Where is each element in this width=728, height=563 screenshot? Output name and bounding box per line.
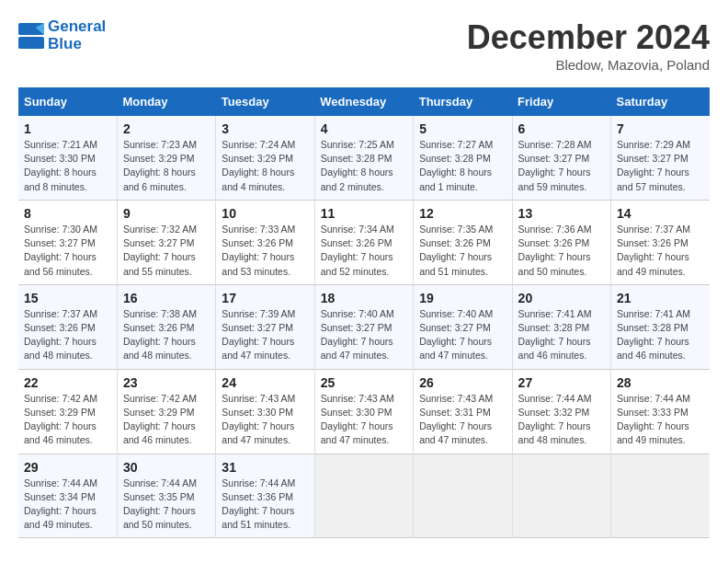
- logo: General Blue: [18, 18, 106, 52]
- day-number: 12: [419, 206, 506, 221]
- day-number: 6: [518, 121, 605, 136]
- calendar-cell: 1Sunrise: 7:21 AMSunset: 3:30 PMDaylight…: [18, 116, 117, 200]
- day-detail: Sunrise: 7:42 AMSunset: 3:29 PMDaylight:…: [24, 392, 111, 448]
- calendar-table: SundayMondayTuesdayWednesdayThursdayFrid…: [18, 87, 710, 538]
- day-detail: Sunrise: 7:37 AMSunset: 3:26 PMDaylight:…: [24, 307, 111, 363]
- location: Bledow, Mazovia, Poland: [467, 57, 710, 73]
- day-number: 19: [419, 291, 506, 305]
- calendar-cell: 20Sunrise: 7:41 AMSunset: 3:28 PMDayligh…: [512, 284, 610, 369]
- calendar-cell: 12Sunrise: 7:35 AMSunset: 3:26 PMDayligh…: [414, 200, 512, 284]
- day-detail: Sunrise: 7:30 AMSunset: 3:27 PMDaylight:…: [24, 223, 111, 279]
- logo-icon: [18, 23, 44, 49]
- calendar-cell: 15Sunrise: 7:37 AMSunset: 3:26 PMDayligh…: [18, 284, 117, 369]
- day-number: 29: [24, 460, 111, 475]
- weekday-header-sunday: Sunday: [18, 87, 117, 116]
- day-number: 16: [123, 291, 210, 305]
- day-number: 2: [123, 121, 210, 136]
- day-number: 7: [617, 121, 704, 136]
- day-detail: Sunrise: 7:44 AMSunset: 3:33 PMDaylight:…: [617, 392, 704, 448]
- calendar-cell: 11Sunrise: 7:34 AMSunset: 3:26 PMDayligh…: [314, 200, 413, 284]
- day-detail: Sunrise: 7:42 AMSunset: 3:29 PMDaylight:…: [123, 392, 210, 448]
- title-block: December 2024 Bledow, Mazovia, Poland: [467, 18, 710, 73]
- day-detail: Sunrise: 7:27 AMSunset: 3:28 PMDaylight:…: [419, 138, 506, 194]
- calendar-cell: 26Sunrise: 7:43 AMSunset: 3:31 PMDayligh…: [414, 369, 512, 454]
- calendar-cell: 30Sunrise: 7:44 AMSunset: 3:35 PMDayligh…: [117, 454, 215, 538]
- calendar-cell: 2Sunrise: 7:23 AMSunset: 3:29 PMDaylight…: [117, 116, 215, 200]
- day-number: 10: [222, 206, 308, 221]
- svg-rect-1: [18, 37, 44, 49]
- calendar-cell: 23Sunrise: 7:42 AMSunset: 3:29 PMDayligh…: [117, 369, 215, 454]
- weekday-header-wednesday: Wednesday: [314, 87, 413, 116]
- calendar-cell: 21Sunrise: 7:41 AMSunset: 3:28 PMDayligh…: [611, 284, 710, 369]
- calendar-cell: 16Sunrise: 7:38 AMSunset: 3:26 PMDayligh…: [117, 284, 215, 369]
- day-detail: Sunrise: 7:44 AMSunset: 3:34 PMDaylight:…: [24, 477, 111, 533]
- day-detail: Sunrise: 7:25 AMSunset: 3:28 PMDaylight:…: [321, 138, 407, 194]
- day-number: 28: [617, 375, 704, 390]
- day-number: 17: [222, 291, 308, 305]
- week-row-1: 1Sunrise: 7:21 AMSunset: 3:30 PMDaylight…: [18, 116, 710, 200]
- day-number: 22: [24, 375, 111, 390]
- day-number: 13: [518, 206, 605, 221]
- day-detail: Sunrise: 7:41 AMSunset: 3:28 PMDaylight:…: [518, 307, 605, 363]
- weekday-header-thursday: Thursday: [414, 87, 512, 116]
- calendar-cell: 18Sunrise: 7:40 AMSunset: 3:27 PMDayligh…: [314, 284, 413, 369]
- day-detail: Sunrise: 7:44 AMSunset: 3:35 PMDaylight:…: [123, 477, 210, 533]
- weekday-header-friday: Friday: [512, 87, 610, 116]
- weekday-header-monday: Monday: [117, 87, 215, 116]
- day-number: 8: [24, 206, 111, 221]
- day-number: 4: [321, 121, 407, 136]
- week-row-4: 22Sunrise: 7:42 AMSunset: 3:29 PMDayligh…: [18, 369, 710, 454]
- day-number: 21: [617, 291, 704, 305]
- day-detail: Sunrise: 7:24 AMSunset: 3:29 PMDaylight:…: [222, 138, 308, 194]
- day-detail: Sunrise: 7:43 AMSunset: 3:30 PMDaylight:…: [321, 392, 407, 448]
- day-detail: Sunrise: 7:44 AMSunset: 3:32 PMDaylight:…: [518, 392, 605, 448]
- week-row-5: 29Sunrise: 7:44 AMSunset: 3:34 PMDayligh…: [18, 454, 710, 538]
- calendar-cell: 22Sunrise: 7:42 AMSunset: 3:29 PMDayligh…: [18, 369, 117, 454]
- day-detail: Sunrise: 7:39 AMSunset: 3:27 PMDaylight:…: [222, 307, 308, 363]
- calendar-cell: 24Sunrise: 7:43 AMSunset: 3:30 PMDayligh…: [216, 369, 314, 454]
- calendar-cell: 19Sunrise: 7:40 AMSunset: 3:27 PMDayligh…: [414, 284, 512, 369]
- day-detail: Sunrise: 7:23 AMSunset: 3:29 PMDaylight:…: [123, 138, 210, 194]
- weekday-header-tuesday: Tuesday: [216, 87, 314, 116]
- day-detail: Sunrise: 7:33 AMSunset: 3:26 PMDaylight:…: [222, 223, 308, 279]
- day-detail: Sunrise: 7:44 AMSunset: 3:36 PMDaylight:…: [222, 477, 308, 533]
- day-detail: Sunrise: 7:40 AMSunset: 3:27 PMDaylight:…: [321, 307, 407, 363]
- calendar-cell: 13Sunrise: 7:36 AMSunset: 3:26 PMDayligh…: [512, 200, 610, 284]
- calendar-cell: 3Sunrise: 7:24 AMSunset: 3:29 PMDaylight…: [216, 116, 314, 200]
- page-header: General Blue December 2024 Bledow, Mazov…: [18, 18, 710, 73]
- day-number: 1: [24, 121, 111, 136]
- day-number: 3: [222, 121, 308, 136]
- day-number: 30: [123, 460, 210, 475]
- calendar-cell: 7Sunrise: 7:29 AMSunset: 3:27 PMDaylight…: [611, 116, 710, 200]
- day-number: 5: [419, 121, 506, 136]
- day-detail: Sunrise: 7:40 AMSunset: 3:27 PMDaylight:…: [419, 307, 506, 363]
- day-number: 15: [24, 291, 111, 305]
- calendar-cell: 8Sunrise: 7:30 AMSunset: 3:27 PMDaylight…: [18, 200, 117, 284]
- calendar-cell: 5Sunrise: 7:27 AMSunset: 3:28 PMDaylight…: [414, 116, 512, 200]
- calendar-cell: 27Sunrise: 7:44 AMSunset: 3:32 PMDayligh…: [512, 369, 610, 454]
- day-number: 27: [518, 375, 605, 390]
- day-number: 23: [123, 375, 210, 390]
- weekday-header-row: SundayMondayTuesdayWednesdayThursdayFrid…: [18, 87, 710, 116]
- day-number: 14: [617, 206, 704, 221]
- week-row-2: 8Sunrise: 7:30 AMSunset: 3:27 PMDaylight…: [18, 200, 710, 284]
- calendar-cell: 25Sunrise: 7:43 AMSunset: 3:30 PMDayligh…: [314, 369, 413, 454]
- day-detail: Sunrise: 7:41 AMSunset: 3:28 PMDaylight:…: [617, 307, 704, 363]
- day-number: 24: [222, 375, 308, 390]
- calendar-cell: [314, 454, 413, 538]
- day-detail: Sunrise: 7:21 AMSunset: 3:30 PMDaylight:…: [24, 138, 111, 194]
- day-number: 26: [419, 375, 506, 390]
- day-detail: Sunrise: 7:32 AMSunset: 3:27 PMDaylight:…: [123, 223, 210, 279]
- day-number: 18: [321, 291, 407, 305]
- week-row-3: 15Sunrise: 7:37 AMSunset: 3:26 PMDayligh…: [18, 284, 710, 369]
- day-detail: Sunrise: 7:43 AMSunset: 3:30 PMDaylight:…: [222, 392, 308, 448]
- logo-text: General Blue: [48, 18, 106, 52]
- calendar-cell: 9Sunrise: 7:32 AMSunset: 3:27 PMDaylight…: [117, 200, 215, 284]
- day-number: 11: [321, 206, 407, 221]
- calendar-cell: 4Sunrise: 7:25 AMSunset: 3:28 PMDaylight…: [314, 116, 413, 200]
- day-detail: Sunrise: 7:35 AMSunset: 3:26 PMDaylight:…: [419, 223, 506, 279]
- day-number: 9: [123, 206, 210, 221]
- calendar-cell: [512, 454, 610, 538]
- month-title: December 2024: [467, 18, 710, 57]
- calendar-cell: [611, 454, 710, 538]
